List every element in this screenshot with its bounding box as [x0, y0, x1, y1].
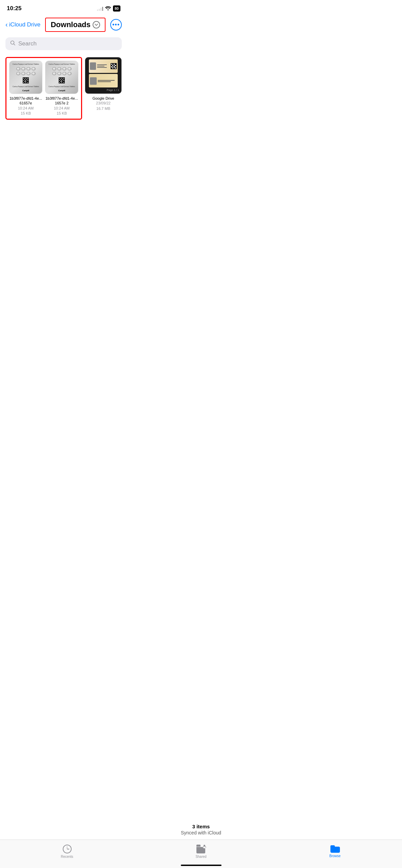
search-container: Search	[0, 36, 127, 54]
back-button[interactable]: ‹ iCloud Drive	[5, 21, 40, 28]
signal-icon	[97, 6, 103, 11]
file-item[interactable]: Page 1 / 1 Google Drive 23/09/22 16.7 MB	[85, 57, 122, 111]
file-name: Google Drive	[92, 96, 114, 101]
selection-group: Carica Papaya Leaf Extract Tablets	[5, 57, 82, 120]
file-item[interactable]: Carica Papaya Leaf Extract Tablets	[45, 61, 78, 116]
file-thumbnail: Page 1 / 1	[85, 57, 122, 94]
file-time: 10:24 AM	[18, 106, 34, 111]
file-name: 1b3f877e-dfd1-4e...61657e	[9, 96, 42, 106]
back-chevron-icon: ‹	[5, 21, 8, 28]
page-title: Downloads	[51, 20, 90, 29]
file-size: 15 KB	[21, 111, 31, 116]
title-dropdown-icon[interactable]	[93, 21, 100, 28]
nav-bar: ‹ iCloud Drive Downloads •••	[0, 15, 127, 36]
file-thumbnail: Carica Papaya Leaf Extract Tablets	[45, 61, 78, 94]
more-icon: •••	[112, 21, 120, 28]
search-placeholder: Search	[18, 40, 37, 47]
title-container: Downloads	[45, 18, 105, 32]
file-time: 10:24 AM	[54, 106, 70, 111]
status-time: 10:25	[7, 5, 21, 12]
status-bar: 10:25 80	[0, 0, 127, 15]
file-thumbnail: Carica Papaya Leaf Extract Tablets	[9, 61, 42, 94]
files-grid: Carica Papaya Leaf Extract Tablets	[0, 54, 127, 122]
file-size: 15 KB	[57, 111, 67, 116]
file-name: 1b3f877e-dfd1-4e...1657e 2	[45, 96, 78, 106]
search-icon	[10, 40, 16, 47]
search-bar[interactable]: Search	[5, 37, 122, 50]
file-item[interactable]: Carica Papaya Leaf Extract Tablets	[9, 61, 42, 116]
back-label: iCloud Drive	[9, 21, 41, 28]
file-size: 16.7 MB	[96, 106, 110, 111]
wifi-icon	[105, 6, 111, 12]
battery-icon: 80	[113, 5, 120, 12]
file-date: 23/09/22	[96, 101, 111, 106]
status-icons: 80	[97, 5, 120, 12]
more-button[interactable]: •••	[110, 19, 122, 31]
